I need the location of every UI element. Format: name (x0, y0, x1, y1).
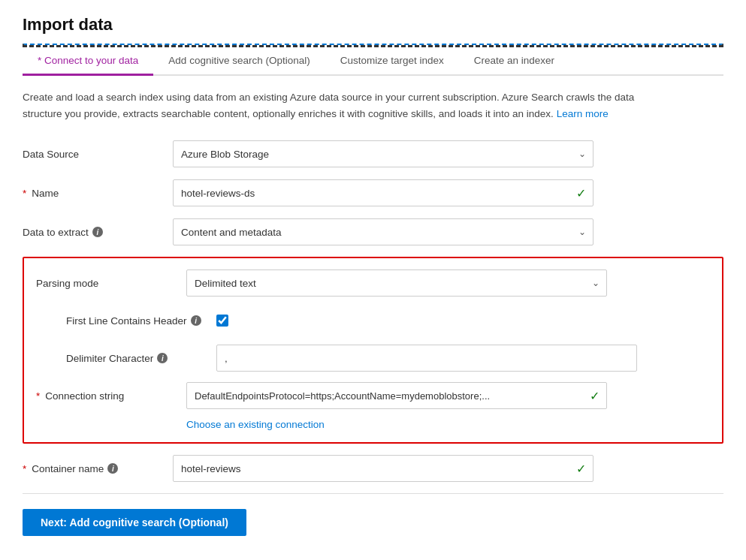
container-name-input[interactable] (173, 455, 593, 482)
name-row: * Name ✓ (23, 179, 723, 207)
learn-more-link[interactable]: Learn more (557, 108, 609, 119)
tab-cognitive[interactable]: Add cognitive search (Optional) (153, 47, 325, 76)
delimiter-info-icon[interactable]: i (157, 353, 168, 363)
data-extract-label: Data to extract i (23, 227, 173, 238)
first-line-checkbox[interactable] (216, 315, 228, 327)
data-extract-info-icon[interactable]: i (92, 227, 103, 237)
description-text: Create and load a search index using dat… (23, 89, 669, 122)
parsing-mode-select[interactable]: Default Delimited text JSON JSON array J… (186, 269, 607, 297)
data-source-select[interactable]: Azure Blob Storage Azure SQL Database Co… (173, 140, 593, 167)
first-line-row: First Line Contains Header i (36, 306, 710, 335)
data-source-label: Data Source (23, 149, 173, 160)
data-source-select-wrapper: Azure Blob Storage Azure SQL Database Co… (173, 140, 593, 167)
tab-indexer[interactable]: Create an indexer (459, 47, 569, 76)
name-required-star: * (23, 188, 26, 199)
connection-string-input[interactable] (186, 382, 607, 409)
data-extract-select[interactable]: Content and metadata Storage metadata Al… (173, 218, 593, 245)
first-line-label: First Line Contains Header i (66, 315, 216, 327)
container-name-input-wrapper: ✓ (173, 455, 593, 482)
parsing-mode-select-wrapper: Default Delimited text JSON JSON array J… (186, 269, 607, 297)
container-name-row: * Container name i ✓ (23, 454, 723, 483)
tab-connect[interactable]: Connect to your data (23, 47, 153, 76)
container-info-icon[interactable]: i (107, 463, 118, 474)
name-label: * Name (23, 188, 173, 199)
bottom-divider (23, 493, 723, 494)
next-button[interactable]: Next: Add cognitive search (Optional) (23, 509, 246, 536)
page-title: Import data (23, 15, 723, 35)
delimiter-input-wrapper (216, 345, 637, 372)
container-check-icon: ✓ (576, 462, 586, 476)
parsing-mode-label: Parsing mode (36, 278, 186, 289)
connection-required-star: * (36, 390, 40, 402)
container-name-label: * Container name i (23, 463, 173, 474)
choose-connection-link[interactable]: Choose an existing connection (36, 419, 710, 430)
connection-check-icon: ✓ (590, 389, 600, 403)
name-input-wrapper: ✓ (173, 179, 593, 206)
name-check-icon: ✓ (576, 186, 586, 200)
parsing-mode-row: Parsing mode Default Delimited text JSON… (36, 269, 710, 297)
name-input[interactable] (173, 179, 593, 206)
delimiter-row: Delimiter Character i (36, 344, 710, 372)
highlighted-section: Parsing mode Default Delimited text JSON… (23, 257, 723, 444)
data-source-row: Data Source Azure Blob Storage Azure SQL… (23, 140, 723, 168)
delimiter-label: Delimiter Character i (66, 353, 216, 364)
data-extract-select-wrapper: Content and metadata Storage metadata Al… (173, 218, 593, 245)
connection-string-input-wrapper: ✓ (186, 382, 607, 409)
tabs-bar: Connect to your data Add cognitive searc… (23, 47, 723, 76)
connection-string-label: * Connection string (36, 390, 186, 402)
connection-string-row: * Connection string ✓ (36, 381, 710, 410)
delimiter-input[interactable] (216, 345, 637, 372)
tab-index[interactable]: Customize target index (325, 47, 459, 76)
data-extract-row: Data to extract i Content and metadata S… (23, 218, 723, 246)
first-line-checkbox-wrapper (216, 315, 228, 327)
container-required-star: * (23, 463, 26, 474)
first-line-info-icon[interactable]: i (191, 315, 201, 326)
